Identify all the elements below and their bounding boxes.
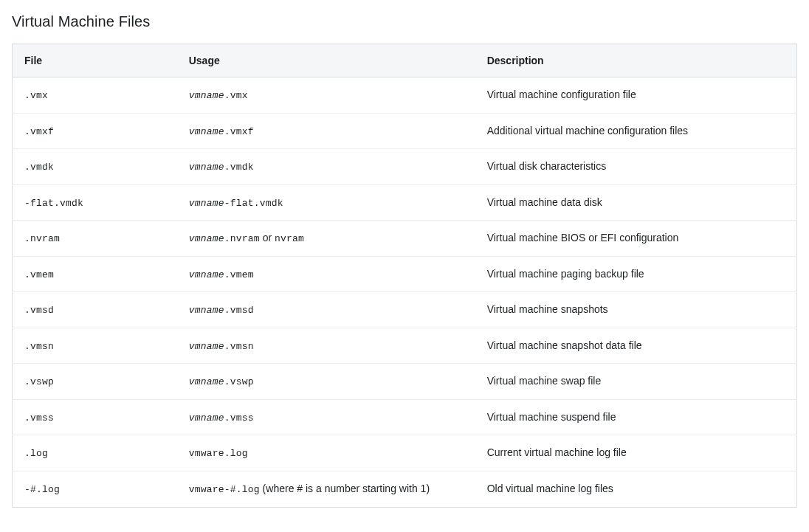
cell-file: .vmxf	[13, 113, 177, 149]
cell-file: -#.log	[13, 471, 177, 508]
usage-vmname: vmname	[189, 126, 224, 137]
file-extension: .vswp	[24, 376, 54, 387]
usage-vmname: vmname	[189, 376, 224, 387]
usage-code: .vmem	[224, 269, 254, 280]
usage-code: .vmsd	[224, 305, 254, 316]
col-header-usage: Usage	[177, 44, 475, 77]
usage-text: or	[260, 232, 275, 243]
cell-file: .vmss	[13, 399, 177, 435]
cell-usage: vmname.vmx	[177, 77, 475, 114]
usage-code: vmware.log	[189, 448, 248, 459]
usage-vmname: vmname	[189, 198, 224, 209]
table-row: .vmsdvmname.vmsdVirtual machine snapshot…	[13, 292, 797, 328]
table-row: .vmdkvmname.vmdkVirtual disk characteris…	[13, 149, 797, 185]
cell-usage: vmware-#.log (where # is a number starti…	[177, 471, 475, 508]
usage-code: .vmsn	[224, 341, 254, 352]
table-row: .vmxfvmname.vmxfAdditional virtual machi…	[13, 113, 797, 149]
usage-vmname: vmname	[189, 305, 224, 316]
cell-file: -flat.vmdk	[13, 184, 177, 221]
cell-description: Additional virtual machine configuration…	[475, 113, 797, 149]
usage-vmname: vmname	[189, 162, 224, 173]
table-row: .vmsnvmname.vmsnVirtual machine snapshot…	[13, 328, 797, 364]
file-extension: .vmss	[24, 412, 54, 424]
cell-file: .vmsn	[13, 328, 177, 364]
cell-description: Virtual machine data disk	[475, 184, 797, 221]
cell-file: .vswp	[13, 364, 177, 400]
cell-description: Virtual machine BIOS or EFI configuratio…	[475, 221, 797, 257]
usage-code: .vswp	[224, 376, 254, 387]
cell-file: .nvram	[13, 221, 177, 257]
page-title: Virtual Machine Files	[12, 13, 797, 30]
cell-usage: vmware.log	[177, 435, 475, 471]
table-row: .vmssvmname.vmssVirtual machine suspend …	[13, 399, 797, 435]
table-row: .logvmware.logCurrent virtual machine lo…	[13, 435, 797, 471]
file-extension: .log	[24, 448, 48, 459]
cell-file: .vmsd	[13, 292, 177, 328]
usage-code: .vmxf	[224, 126, 254, 137]
file-extension: .vmdk	[24, 162, 54, 173]
table-header-row: File Usage Description	[13, 44, 797, 77]
usage-vmname: vmname	[189, 233, 224, 244]
cell-usage: vmname.vmem	[177, 256, 475, 292]
usage-vmname: vmname	[189, 90, 224, 101]
file-extension: .vmxf	[24, 126, 54, 137]
cell-usage: vmname.nvram or nvram	[177, 221, 475, 257]
cell-description: Virtual machine snapshots	[475, 292, 797, 328]
cell-file: .vmdk	[13, 149, 177, 185]
vm-files-table: File Usage Description .vmxvmname.vmxVir…	[12, 44, 797, 508]
usage-vmname: vmname	[189, 269, 224, 280]
usage-code: nvram	[275, 233, 304, 244]
usage-code: .vmx	[224, 90, 248, 101]
cell-description: Virtual machine configuration file	[475, 77, 797, 114]
usage-code: .nvram	[224, 233, 260, 244]
cell-usage: vmname.vswp	[177, 364, 475, 400]
file-extension: .vmx	[24, 90, 48, 101]
cell-description: Virtual machine snapshot data file	[475, 328, 797, 364]
cell-description: Virtual machine paging backup file	[475, 256, 797, 292]
table-row: .vswpvmname.vswpVirtual machine swap fil…	[13, 364, 797, 400]
cell-description: Virtual machine swap file	[475, 364, 797, 400]
file-extension: .nvram	[24, 233, 60, 244]
table-row: .vmemvmname.vmemVirtual machine paging b…	[13, 256, 797, 292]
cell-description: Current virtual machine log file	[475, 435, 797, 471]
usage-code: .vmss	[224, 412, 254, 424]
usage-code: .vmdk	[224, 162, 254, 173]
cell-usage: vmname.vmdk	[177, 149, 475, 185]
file-extension: .vmsn	[24, 341, 54, 352]
table-row: -flat.vmdkvmname-flat.vmdkVirtual machin…	[13, 184, 797, 221]
table-row: .vmxvmname.vmxVirtual machine configurat…	[13, 77, 797, 114]
cell-file: .vmem	[13, 256, 177, 292]
table-row: .nvramvmname.nvram or nvramVirtual machi…	[13, 221, 797, 257]
cell-usage: vmname-flat.vmdk	[177, 184, 475, 221]
cell-file: .log	[13, 435, 177, 471]
table-row: -#.logvmware-#.log (where # is a number …	[13, 471, 797, 508]
file-extension: .vmsd	[24, 305, 54, 316]
col-header-file: File	[13, 44, 177, 77]
cell-description: Virtual disk characteristics	[475, 149, 797, 185]
col-header-description: Description	[475, 44, 797, 77]
cell-usage: vmname.vmsd	[177, 292, 475, 328]
cell-usage: vmname.vmxf	[177, 113, 475, 149]
file-extension: -#.log	[24, 484, 60, 495]
usage-vmname: vmname	[189, 341, 224, 352]
usage-vmname: vmname	[189, 412, 224, 424]
usage-text: (where # is a number starting with 1)	[260, 483, 430, 494]
usage-code: -flat.vmdk	[224, 198, 283, 209]
cell-usage: vmname.vmss	[177, 399, 475, 435]
cell-usage: vmname.vmsn	[177, 328, 475, 364]
file-extension: .vmem	[24, 269, 54, 280]
cell-file: .vmx	[13, 77, 177, 114]
cell-description: Virtual machine suspend file	[475, 399, 797, 435]
file-extension: -flat.vmdk	[24, 198, 83, 209]
cell-description: Old virtual machine log files	[475, 471, 797, 508]
usage-code: vmware-#.log	[189, 484, 260, 495]
